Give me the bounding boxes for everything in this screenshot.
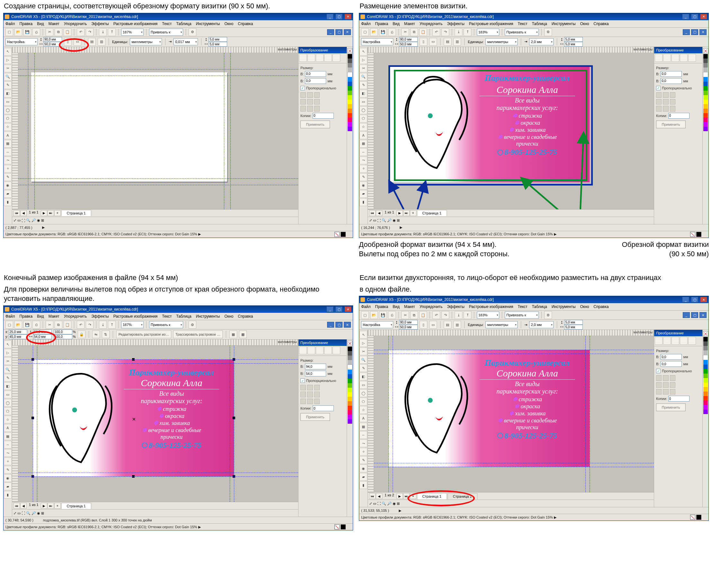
app-window-4: CorelDRAW X5 - [D:\ПРОДУКЦИЯ\Визитки_201… (359, 296, 709, 521)
cut-icon[interactable]: ✂ (46, 28, 53, 36)
window-title: CorelDRAW X5 - [D:\ПРОДУКЦИЯ\Визитки_201… (11, 15, 138, 19)
min-button[interactable]: _ (326, 14, 333, 20)
app-icon (5, 15, 9, 19)
canvas-2[interactable]: Парикмахер-универсал Сорокина Алла Все в… (374, 53, 654, 209)
crop-tool-icon[interactable]: ✂ (4, 65, 12, 72)
page-nav[interactable]: ⏮◀ 1 из 1 ▶⏭ + (14, 210, 61, 216)
page-tab-2[interactable]: Страница 2 (448, 493, 477, 499)
caption-p3b: Для проверки величины вылетов под обрез … (4, 285, 353, 303)
fill-indicator[interactable] (335, 232, 340, 237)
page-tab-1[interactable]: Страница 1 (61, 210, 91, 216)
options-icon[interactable]: ⚙ (189, 28, 196, 36)
h-ruler: миллиметры (12, 47, 298, 53)
caption-p4a: Если визитки двухсторонняя, то лицо-обор… (360, 273, 709, 282)
apply-button[interactable]: Применить (300, 121, 330, 128)
effects-tool-icon[interactable]: ✧ (4, 165, 12, 173)
close-button[interactable]: ✕ (344, 14, 351, 20)
ellipse-tool-icon[interactable]: ◯ (4, 106, 12, 114)
smart-fill-icon[interactable]: ◧ (4, 90, 12, 98)
allpages-icon[interactable]: ▤ (88, 38, 96, 46)
dock-size-icon[interactable] (324, 54, 332, 62)
curpage-icon[interactable]: ▥ (98, 38, 105, 46)
trace-bitmap-btn[interactable]: Трассировать растровое … (173, 331, 223, 338)
dock-rot-icon[interactable] (307, 54, 315, 62)
doc-max-icon[interactable]: ▢ (336, 29, 343, 35)
doc-min-icon[interactable]: _ (327, 29, 334, 35)
eyedropper-tool-icon[interactable]: ✎ (4, 173, 12, 181)
dup-offset[interactable]: ⭥5,0 мм ⭤5,0 мм (205, 37, 227, 47)
new-icon[interactable]: ▢ (5, 28, 13, 36)
canvas[interactable] (18, 53, 298, 209)
copy-icon[interactable]: ⧉ (55, 28, 62, 36)
outline-tool-icon[interactable]: ◉ (4, 182, 12, 189)
freehand-tool-icon[interactable]: ✎ (4, 81, 12, 89)
interactive-fill-icon[interactable]: ▮ (4, 198, 12, 206)
max-button[interactable]: ▢ (336, 14, 343, 20)
zoom-combo[interactable]: 187% (121, 28, 144, 36)
shapes-tool-icon[interactable]: ☆ (4, 123, 12, 131)
connector-tool-icon[interactable]: ⤳ (4, 156, 12, 164)
text-tool-icon[interactable]: A (4, 131, 12, 139)
zoom-tool-icon[interactable]: 🔍 (4, 73, 12, 81)
edit-bitmap-btn[interactable]: Редактировать растровое из… (116, 331, 171, 338)
portrait-icon[interactable]: ▯ (64, 38, 72, 46)
mirror-v-icon[interactable]: ⇅ (102, 331, 110, 338)
polygon-tool-icon[interactable]: ⬠ (4, 115, 12, 123)
nudge-field[interactable]: 0,017 мм (173, 38, 198, 45)
obj-pos[interactable]: x:25,0 мм y:45,0 мм (5, 330, 27, 339)
no-color-swatch[interactable] (347, 48, 352, 54)
obj-scale[interactable]: 100,0% 100,0% (53, 330, 76, 339)
save-icon[interactable]: 💾 (23, 28, 31, 36)
annot-bleed-text: Дообрезной формат визитки (94 х 54 мм). (359, 240, 510, 250)
obj-size[interactable]: ⭥94,0 мм ⭤54,0 мм (29, 330, 52, 339)
anchor-grid[interactable] (300, 92, 320, 111)
prop-checkbox[interactable]: ✓ (300, 86, 305, 90)
canvas-4[interactable]: Парикмахер-универсалСорокина АллаВсе вид… (374, 336, 654, 492)
annot-bleed-text2: Вылеты под обрез по 2 мм с каждой сторон… (359, 249, 510, 259)
import-icon[interactable]: ⤓ (99, 28, 107, 36)
zoom-nav-bar[interactable]: ⤢▭⛶🔍🔎◉⊞ (12, 217, 298, 224)
canvas-3[interactable]: Парикмахер-универсалСорокина АллаВсе вид… (18, 345, 298, 502)
lock-ratio-icon[interactable]: 🔒 (78, 331, 85, 338)
page-size-fields[interactable]: ⭥90,0 мм ⭤50,0 мм (40, 37, 62, 47)
fill-tool-icon[interactable]: ▰ (4, 190, 12, 198)
dock-scale-icon[interactable] (316, 54, 324, 62)
app-window-2: CorelDRAW X5 - [D:\ПРОДУКЦИЯ\Визитки_201… (359, 13, 709, 238)
docker-transform: Преобразование Размер: В:мм В:мм ✓Пропор… (298, 47, 347, 224)
property-bar: Настройка ⭥90,0 мм ⭤50,0 мм ▯ ▭ ▤ ▥ Един… (3, 37, 353, 47)
titlebar: CorelDRAW X5 - [D:\ПРОДУКЦИЯ\Визитки_201… (3, 13, 353, 20)
landscape-icon[interactable]: ▭ (73, 38, 81, 46)
caption-p4b: в одном файле. (360, 285, 709, 294)
pick-tool-icon[interactable]: ↖ (4, 48, 12, 56)
size-h-input[interactable] (305, 78, 326, 84)
export-icon[interactable]: ⤒ (108, 28, 116, 36)
app-window-3: CorelDRAW X5 - [D:\ПРОДУКЦИЯ\Визитки_201… (3, 306, 353, 530)
annot-trim-text: Обрезной формат визитки (622, 240, 709, 250)
outline-indicator[interactable] (341, 232, 346, 237)
svg-point-6 (428, 398, 433, 403)
table-tool-icon[interactable]: ▦ (4, 140, 12, 148)
annot-trim-text2: (90 х 50 мм) (622, 249, 709, 259)
units-combo[interactable]: миллиметры (130, 38, 162, 45)
redo-icon[interactable]: ↷ (86, 28, 93, 36)
open-icon[interactable]: 📂 (15, 28, 22, 36)
undo-icon[interactable]: ↶ (77, 28, 85, 36)
page-tab-1b[interactable]: Страница 1 (417, 493, 447, 499)
caption-p3a: Конечный размер изображения в файле (94 … (4, 273, 353, 282)
dock-pos-icon[interactable] (299, 54, 307, 62)
page-preset[interactable]: Настройка (5, 38, 38, 45)
print-icon[interactable]: ⎙ (33, 28, 40, 36)
mirror-h-icon[interactable]: ⇋ (92, 331, 100, 338)
copies-input[interactable] (312, 113, 334, 119)
dock-skew-icon[interactable] (332, 54, 340, 62)
page-tabs: ⏮◀ 1 из 1 ▶⏭ + Страница 1 (12, 209, 298, 217)
dimension-tool-icon[interactable]: ↔ (4, 148, 12, 156)
doc-close-icon[interactable]: ✕ (344, 29, 351, 35)
size-w-input[interactable] (305, 71, 326, 77)
paste-icon[interactable]: 📋 (64, 28, 71, 36)
color-palette[interactable] (347, 47, 353, 224)
shape-tool-icon[interactable]: ▷ (4, 56, 12, 64)
menubar[interactable]: ФайлПравкаВидМакетУпорядочитьЭффектыРаст… (3, 20, 353, 28)
rectangle-tool-icon[interactable]: ▭ (4, 98, 12, 106)
snap-combo[interactable]: Привязать к (149, 28, 183, 36)
